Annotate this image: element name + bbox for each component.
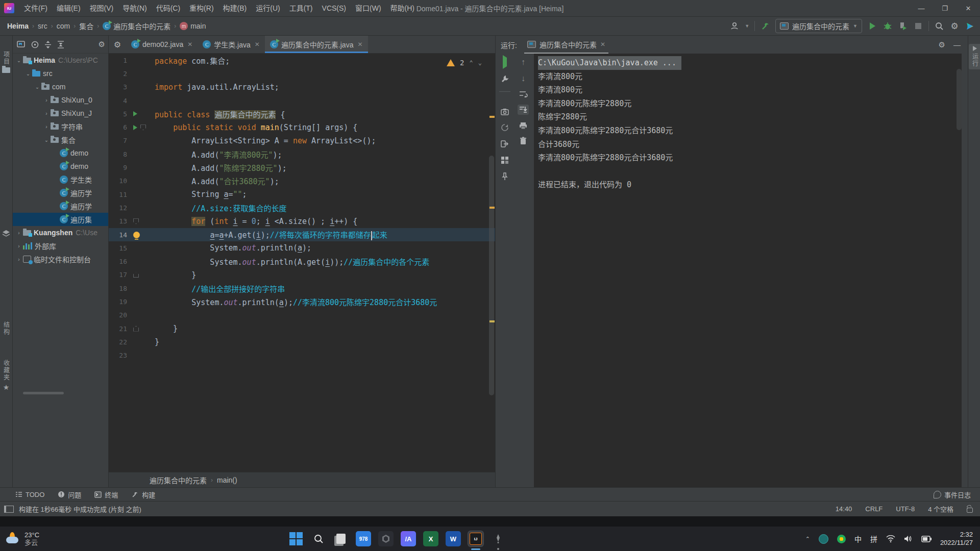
tree-chevron-icon[interactable]: › bbox=[43, 97, 50, 103]
battery-icon[interactable] bbox=[921, 536, 932, 542]
tree-chevron-icon[interactable]: › bbox=[16, 243, 22, 249]
minimize-button[interactable]: — bbox=[910, 0, 933, 16]
tree-row[interactable]: C遍历学 bbox=[13, 186, 108, 199]
breadcrumb-item[interactable]: src bbox=[38, 22, 47, 30]
breadcrumb-item[interactable]: mmain bbox=[180, 22, 206, 30]
menu-item[interactable]: 帮助(H) bbox=[386, 0, 419, 16]
expand-all-icon[interactable] bbox=[44, 40, 52, 49]
select-opened-file-icon[interactable] bbox=[17, 41, 26, 48]
file-encoding[interactable]: UTF-8 bbox=[896, 505, 915, 513]
tree-chevron-icon[interactable]: › bbox=[16, 257, 22, 262]
editor-scrollbar[interactable] bbox=[489, 156, 494, 395]
scroll-to-end-button[interactable] bbox=[518, 105, 529, 115]
clear-trash-icon[interactable] bbox=[520, 137, 527, 145]
tree-row[interactable]: C学生类 bbox=[13, 173, 108, 186]
line-separator[interactable]: CRLF bbox=[865, 505, 883, 513]
camera-icon[interactable] bbox=[501, 108, 509, 115]
tree-row[interactable]: Cdemo bbox=[13, 160, 108, 173]
maximize-button[interactable]: ❐ bbox=[933, 0, 957, 16]
run-panel-gear-icon[interactable]: ⚙ bbox=[939, 40, 945, 49]
taskbar-motrix-app[interactable]: /A bbox=[401, 531, 416, 546]
tree-row[interactable]: C遍历集 bbox=[13, 213, 108, 226]
tree-chevron-icon[interactable]: ⌄ bbox=[43, 137, 50, 143]
menu-item[interactable]: 运行(U) bbox=[251, 0, 284, 16]
tab-close-icon[interactable]: ✕ bbox=[255, 41, 260, 48]
tree-row[interactable]: ⌄com bbox=[13, 80, 108, 93]
tray-expand-icon[interactable]: ⌃ bbox=[805, 536, 810, 542]
close-button[interactable]: ✕ bbox=[957, 0, 980, 16]
tree-row[interactable]: ›KuangshenC:\Use bbox=[13, 226, 108, 239]
taskbar-excel-app[interactable]: X bbox=[423, 531, 438, 546]
collapse-all-icon[interactable] bbox=[57, 40, 65, 49]
tree-row[interactable]: ›ShiXun_J bbox=[13, 107, 108, 120]
breadcrumb-item[interactable]: Heima bbox=[7, 22, 29, 30]
intention-bulb-icon[interactable] bbox=[133, 232, 140, 238]
wrench-icon[interactable] bbox=[501, 75, 509, 83]
tree-chevron-icon[interactable]: › bbox=[43, 124, 50, 130]
taskbar-pen-app[interactable] bbox=[491, 531, 506, 546]
tree-row[interactable]: ⌄src bbox=[13, 67, 108, 80]
tray-app2-icon[interactable] bbox=[837, 535, 846, 543]
editor-tab[interactable]: C学生类.java✕ bbox=[198, 36, 265, 53]
soft-wrap-icon[interactable] bbox=[519, 90, 528, 97]
breadcrumb-item[interactable]: C遍历集合中的元素 bbox=[103, 21, 170, 31]
tree-row[interactable]: ›ShiXun_0 bbox=[13, 93, 108, 107]
tool-window-button-favorites[interactable]: 收藏夹 ★ bbox=[0, 360, 12, 391]
settings-gear-icon[interactable]: ⚙ bbox=[949, 21, 960, 31]
scroll-down-icon[interactable]: ↓ bbox=[521, 74, 525, 83]
ime-language-indicator[interactable]: 中 bbox=[854, 534, 862, 544]
rerun-button[interactable] bbox=[503, 58, 507, 67]
taskbar-dark-app[interactable] bbox=[378, 531, 394, 546]
tool-window-button-terminal[interactable]: 终端 bbox=[94, 490, 118, 499]
tree-chevron-icon[interactable]: › bbox=[16, 230, 22, 236]
run-button[interactable] bbox=[867, 21, 877, 31]
export-icon[interactable] bbox=[501, 140, 509, 148]
run-panel-minimize-icon[interactable]: — bbox=[953, 41, 961, 49]
tool-window-switcher-icon[interactable] bbox=[4, 506, 14, 513]
tool-window-button-problems[interactable]: 问题 bbox=[58, 490, 81, 499]
debug-button[interactable] bbox=[883, 21, 893, 31]
run-line-icon[interactable] bbox=[133, 111, 137, 116]
tool-window-button-project[interactable]: 项目 bbox=[0, 51, 12, 73]
tree-row[interactable]: Cdemo bbox=[13, 146, 108, 160]
fold-icon[interactable] bbox=[140, 124, 146, 130]
ime-mode-indicator[interactable]: 拼 bbox=[870, 534, 877, 544]
tree-row[interactable]: ⌄集合 bbox=[13, 133, 108, 146]
taskbar-weather-widget[interactable]: 23°C 多云 bbox=[5, 531, 39, 546]
inspection-widget[interactable]: 2 ⌃ ⌄ bbox=[447, 59, 482, 67]
run-with-coverage-button[interactable] bbox=[898, 21, 908, 31]
tree-chevron-icon[interactable]: ⌄ bbox=[34, 84, 40, 90]
tree-chevron-icon[interactable]: ⌄ bbox=[25, 71, 31, 77]
volume-icon[interactable] bbox=[904, 535, 913, 542]
gradient-app-icon[interactable] bbox=[965, 21, 975, 31]
run-line-icon[interactable] bbox=[133, 125, 137, 130]
wifi-icon[interactable] bbox=[886, 535, 895, 542]
caret-position[interactable]: 14:40 bbox=[836, 505, 852, 513]
fold-icon[interactable] bbox=[133, 218, 139, 224]
tree-horizontal-scrollbar[interactable] bbox=[23, 392, 64, 394]
print-icon[interactable] bbox=[519, 122, 527, 130]
tab-close-icon[interactable]: ✕ bbox=[357, 41, 362, 48]
tool-window-button-run[interactable]: 运行 bbox=[969, 44, 980, 69]
tool-window-button-structure[interactable]: 结构 bbox=[0, 321, 12, 336]
tool-window-button-todo[interactable]: TODO bbox=[15, 491, 44, 498]
menu-item[interactable]: VCS(S) bbox=[317, 0, 351, 16]
tree-chevron-icon[interactable]: › bbox=[43, 111, 50, 116]
menu-item[interactable]: 代码(C) bbox=[152, 0, 185, 16]
tree-row[interactable]: C遍历学 bbox=[13, 199, 108, 213]
tab-close-icon[interactable]: ✕ bbox=[187, 41, 192, 48]
prev-warning-icon[interactable]: ⌃ bbox=[470, 59, 473, 66]
menu-item[interactable]: 导航(N) bbox=[118, 0, 151, 16]
locate-target-icon[interactable] bbox=[31, 40, 39, 49]
tree-chevron-icon[interactable]: ⌄ bbox=[16, 58, 22, 63]
taskbar-clock[interactable]: 2:32 2022/11/27 bbox=[940, 531, 973, 547]
stop-button[interactable] bbox=[913, 21, 923, 31]
menu-item[interactable]: 编辑(E) bbox=[52, 0, 85, 16]
tree-row[interactable]: ⌄HeimaC:\Users\PC bbox=[13, 54, 108, 67]
menu-item[interactable]: 视图(V) bbox=[85, 0, 118, 16]
breadcrumb-method[interactable]: main() bbox=[217, 476, 237, 484]
tree-row[interactable]: ›字符串 bbox=[13, 120, 108, 133]
scroll-up-icon[interactable]: ↑ bbox=[521, 58, 525, 67]
pin-icon[interactable] bbox=[501, 172, 508, 181]
code-editor[interactable]: 2 ⌃ ⌄ 1package com.集合;23import java.util… bbox=[109, 54, 495, 472]
